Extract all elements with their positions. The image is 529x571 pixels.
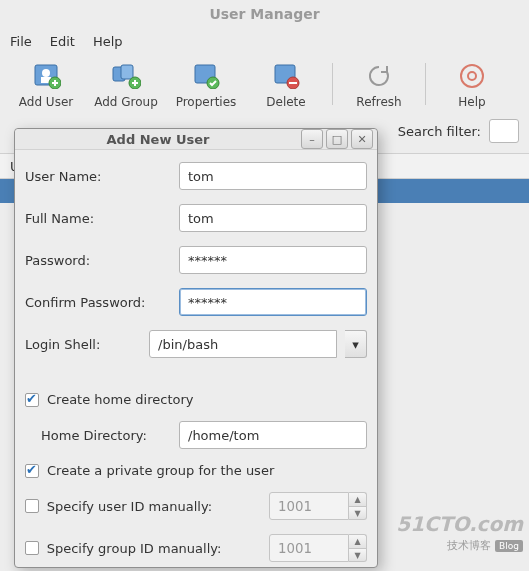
- properties-button[interactable]: Properties: [166, 63, 246, 109]
- uid-down-button[interactable]: ▼: [349, 506, 367, 520]
- menu-edit[interactable]: Edit: [50, 34, 75, 49]
- toolbar-separator: [332, 63, 333, 105]
- help-button[interactable]: Help: [432, 63, 512, 109]
- menu-help[interactable]: Help: [93, 34, 123, 49]
- close-button[interactable]: ✕: [351, 129, 373, 149]
- watermark-sub: 技术博客Blog: [396, 538, 523, 553]
- add-user-dialog: Add New User – □ ✕ User Name: Full Name:…: [14, 128, 378, 568]
- login-shell-label: Login Shell:: [25, 337, 141, 352]
- gid-up-button[interactable]: ▲: [349, 534, 367, 548]
- create-home-label: Create home directory: [47, 392, 193, 407]
- home-dir-input[interactable]: [179, 421, 367, 449]
- password-input[interactable]: [179, 246, 367, 274]
- refresh-label: Refresh: [356, 95, 401, 109]
- properties-icon: [191, 63, 221, 89]
- home-dir-label: Home Directory:: [41, 428, 171, 443]
- search-input[interactable]: [489, 119, 519, 143]
- login-shell-input[interactable]: [149, 330, 337, 358]
- specify-gid-checkbox[interactable]: [25, 541, 39, 555]
- help-icon: [457, 63, 487, 89]
- full-name-label: Full Name:: [25, 211, 171, 226]
- maximize-button[interactable]: □: [326, 129, 348, 149]
- specify-gid-label: Specify group ID manually:: [47, 541, 261, 556]
- minimize-button[interactable]: –: [301, 129, 323, 149]
- gid-down-button[interactable]: ▼: [349, 548, 367, 562]
- svg-point-1: [42, 69, 50, 77]
- app-title: User Manager: [0, 0, 529, 28]
- toolbar-separator: [425, 63, 426, 105]
- refresh-button[interactable]: Refresh: [339, 63, 419, 109]
- delete-label: Delete: [266, 95, 305, 109]
- svg-point-13: [468, 72, 476, 80]
- menu-file[interactable]: File: [10, 34, 32, 49]
- confirm-password-label: Confirm Password:: [25, 295, 171, 310]
- properties-label: Properties: [176, 95, 237, 109]
- add-user-button[interactable]: Add User: [6, 63, 86, 109]
- private-group-label: Create a private group for the user: [47, 463, 274, 478]
- user-name-input[interactable]: [179, 162, 367, 190]
- password-label: Password:: [25, 253, 171, 268]
- uid-up-button[interactable]: ▲: [349, 492, 367, 506]
- login-shell-dropdown[interactable]: ▾: [345, 330, 367, 358]
- refresh-icon: [364, 63, 394, 89]
- user-name-label: User Name:: [25, 169, 171, 184]
- toolbar: Add User Add Group Properties Delete Ref…: [0, 55, 529, 113]
- uid-spinner[interactable]: ▲▼: [269, 492, 367, 520]
- add-group-label: Add Group: [94, 95, 158, 109]
- add-user-label: Add User: [19, 95, 73, 109]
- add-group-icon: [111, 63, 141, 89]
- uid-input: [269, 492, 349, 520]
- maximize-icon: □: [332, 133, 342, 146]
- minimize-icon: –: [309, 133, 315, 146]
- svg-rect-5: [121, 65, 133, 79]
- menubar: File Edit Help: [0, 28, 529, 55]
- delete-icon: [271, 63, 301, 89]
- confirm-password-input[interactable]: [179, 288, 367, 316]
- close-icon: ✕: [357, 133, 366, 146]
- specify-uid-checkbox[interactable]: [25, 499, 39, 513]
- add-user-icon: [31, 63, 61, 89]
- gid-input: [269, 534, 349, 562]
- svg-rect-11: [289, 82, 297, 84]
- dialog-title: Add New User: [15, 132, 301, 147]
- chevron-down-icon: ▾: [352, 337, 359, 352]
- specify-uid-label: Specify user ID manually:: [47, 499, 261, 514]
- delete-button[interactable]: Delete: [246, 63, 326, 109]
- private-group-checkbox[interactable]: [25, 464, 39, 478]
- create-home-checkbox[interactable]: [25, 393, 39, 407]
- help-label: Help: [458, 95, 485, 109]
- gid-spinner[interactable]: ▲▼: [269, 534, 367, 562]
- dialog-body: User Name: Full Name: Password: Confirm …: [15, 150, 377, 571]
- add-group-button[interactable]: Add Group: [86, 63, 166, 109]
- watermark-site: 51CTO.com: [396, 512, 523, 536]
- dialog-titlebar[interactable]: Add New User – □ ✕: [15, 129, 377, 150]
- watermark: 51CTO.com 技术博客Blog: [396, 512, 523, 553]
- search-label: Search filter:: [398, 124, 481, 139]
- svg-point-12: [461, 65, 483, 87]
- full-name-input[interactable]: [179, 204, 367, 232]
